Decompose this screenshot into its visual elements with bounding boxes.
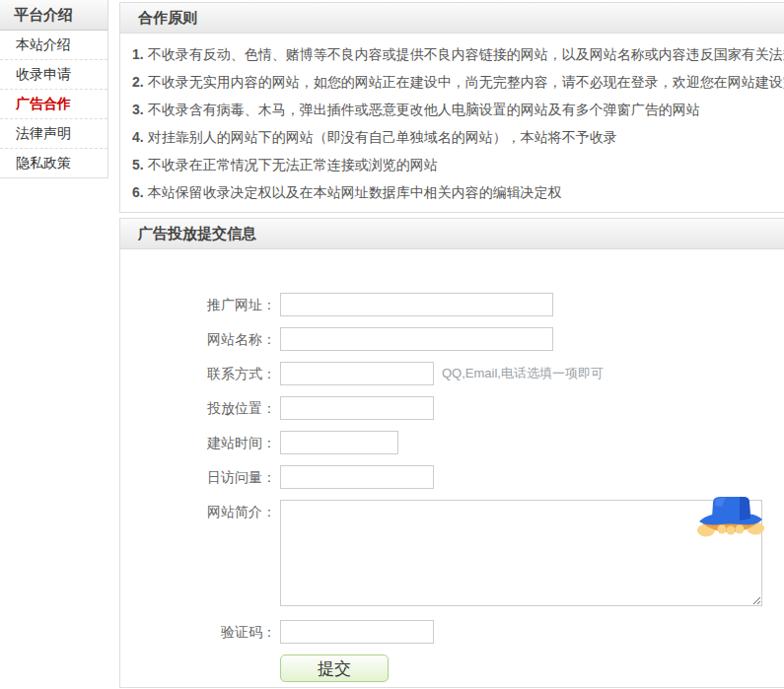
page: { "sidebar": { "title": "平台介绍", "items":… [0,0,784,689]
rule-number: 3. [132,102,144,117]
rule-text: 本站保留收录决定权以及在本站网址数据库中相关内容的编辑决定权 [148,184,562,200]
principles-panel: 合作原则 1.不收录有反动、色情、赌博等不良内容或提供不良内容链接的网站，以及网… [119,2,784,213]
rule-item: 5.不收录在正常情况下无法正常连接或浏览的网站 [132,151,774,178]
promo-url-label: 推广网址： [120,293,280,316]
contact-hint: QQ,Email,电话选填一项即可 [442,365,604,382]
form-row-daily-visits: 日访问量： [120,465,784,489]
sidebar-item-inclusion-apply[interactable]: 收录申请 [0,60,107,90]
daily-visits-input[interactable] [280,465,434,489]
sidebar-title: 平台介绍 [0,0,107,31]
rule-item: 3.不收录含有病毒、木马，弹出插件或恶意更改他人电脑设置的网站及有多个弹窗广告的… [132,96,774,123]
site-age-input[interactable] [280,431,398,454]
sidebar-item-site-intro[interactable]: 本站介绍 [0,31,107,60]
principles-list: 1.不收录有反动、色情、赌博等不良内容或提供不良内容链接的网站，以及网站名称或内… [120,34,784,206]
site-age-label: 建站时间： [120,431,280,454]
form-row-site-age: 建站时间： [120,431,784,454]
sidebar-item-legal-notice[interactable]: 法律声明 [0,119,107,149]
rule-number: 6. [132,184,144,200]
rule-item: 6.本站保留收录决定权以及在本站网址数据库中相关内容的编辑决定权 [132,178,774,206]
rule-item: 4.对挂靠别人的网站下的网站（即没有自己单独域名的网站），本站将不予收录 [132,123,774,151]
rule-number: 4. [132,129,144,145]
rule-number: 5. [132,157,144,172]
ad-form: 推广网址： 网站名称： 联系方式： QQ,Email,电话选填一项即可 投放位置… [120,249,784,682]
contact-input[interactable] [280,362,434,385]
rule-text: 不收录含有病毒、木马，弹出插件或恶意更改他人电脑设置的网站及有多个弹窗广告的网站 [148,102,700,117]
rule-number: 1. [132,46,144,62]
site-name-input[interactable] [280,327,553,351]
placement-label: 投放位置： [120,396,280,420]
form-row-contact: 联系方式： QQ,Email,电话选填一项即可 [120,362,784,385]
form-row-site-name: 网站名称： [120,327,784,351]
rule-item: 2.不收录无实用内容的网站，如您的网站正在建设中，尚无完整内容，请不必现在登录，… [132,68,774,96]
ad-form-panel: 广告投放提交信息 推广网址： 网站名称： 联系方式： QQ,Email,电话选填… [119,218,784,688]
submit-button[interactable]: 提交 [280,655,389,682]
site-desc-label: 网站简介： [120,500,280,523]
submit-row: 提交 [280,655,784,682]
sidebar-item-ad-cooperation[interactable]: 广告合作 [0,90,107,119]
ad-form-header: 广告投放提交信息 [120,219,784,249]
sidebar: 平台介绍 本站介绍 收录申请 广告合作 法律声明 隐私政策 [0,0,108,178]
rule-text: 不收录有反动、色情、赌博等不良内容或提供不良内容链接的网站，以及网站名称或内容违… [148,46,784,62]
principles-header: 合作原则 [120,3,784,34]
main-content: 合作原则 1.不收录有反动、色情、赌博等不良内容或提供不良内容链接的网站，以及网… [119,2,784,688]
form-row-captcha: 验证码： [120,620,784,644]
rule-number: 2. [132,74,144,90]
contact-label: 联系方式： [120,362,280,385]
site-name-label: 网站名称： [120,327,280,351]
rule-text: 不收录在正常情况下无法正常连接或浏览的网站 [148,157,438,172]
sidebar-item-privacy-policy[interactable]: 隐私政策 [0,149,107,177]
rule-text: 不收录无实用内容的网站，如您的网站正在建设中，尚无完整内容，请不必现在登录，欢迎… [148,74,784,90]
promo-url-input[interactable] [280,293,553,316]
blue-hat-mascot-icon [696,495,765,538]
daily-visits-label: 日访问量： [120,465,280,489]
site-desc-textarea[interactable] [280,500,762,606]
form-row-site-desc: 网站简介： [120,500,784,606]
placement-input[interactable] [280,396,434,420]
form-row-placement: 投放位置： [120,396,784,420]
rule-item: 1.不收录有反动、色情、赌博等不良内容或提供不良内容链接的网站，以及网站名称或内… [132,40,774,68]
captcha-label: 验证码： [120,620,280,644]
captcha-input[interactable] [280,620,434,644]
rule-text: 对挂靠别人的网站下的网站（即没有自己单独域名的网站），本站将不予收录 [148,129,617,145]
form-row-promo-url: 推广网址： [120,293,784,316]
